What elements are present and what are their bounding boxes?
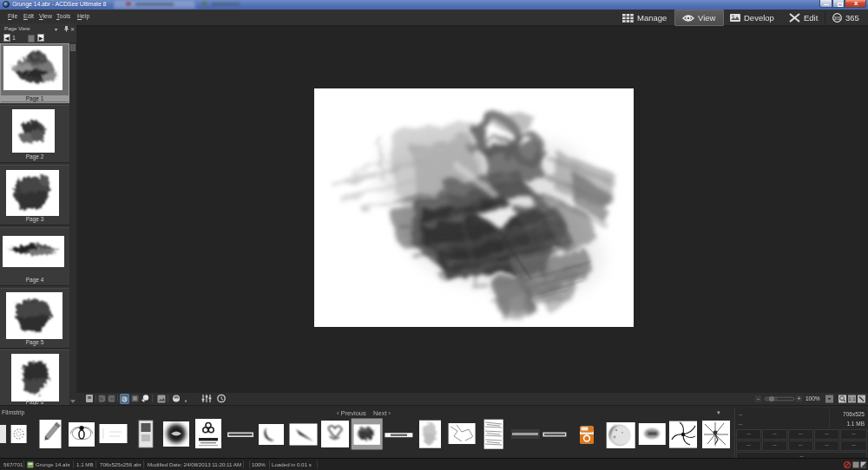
svg-text:365: 365 [834,16,841,21]
svg-text:100%: 100% [806,395,820,401]
svg-text:-: - [757,395,760,402]
svg-text:1:1: 1:1 [848,396,856,401]
svg-text:+: + [797,395,800,401]
